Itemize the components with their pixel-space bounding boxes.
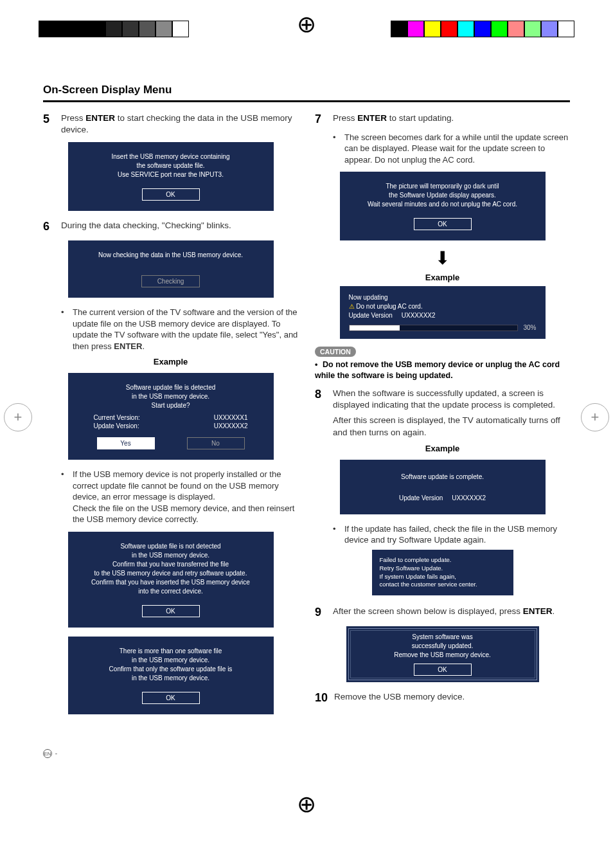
colorbar-left xyxy=(39,21,189,37)
bullet-screen-dark: • The screen becomes dark for a while un… xyxy=(333,132,570,166)
dialog-picture-dark: The picture will temporarily go dark unt… xyxy=(340,172,546,240)
step-10-number: 10 xyxy=(315,691,328,705)
section-title: On-Screen Display Menu xyxy=(43,84,570,96)
step-6-text: During the data checking, "Checking" bli… xyxy=(61,220,298,234)
progress-percent: 30% xyxy=(523,324,536,331)
colorbar-right xyxy=(391,21,574,37)
bullet-error-msg: • If the USB memory device is not proper… xyxy=(61,469,298,525)
now-updating-text: Now updating xyxy=(349,294,537,301)
dialog-update-detected: Software update file is detected in the … xyxy=(68,373,274,460)
example-label-2: Example xyxy=(315,273,570,282)
step-8-number: 8 xyxy=(315,388,326,439)
step-5: 5 Press ENTER to start checking the data… xyxy=(43,113,298,136)
footer-lang-badge: EN xyxy=(43,749,52,758)
progress-fill xyxy=(350,325,400,330)
step-6: 6 During the data checking, "Checking" b… xyxy=(43,220,298,234)
arrow-down-icon: ⬇ xyxy=(315,249,570,267)
example-label-3: Example xyxy=(315,444,570,453)
dialog-insert-line1: Insert the USB memory device containing xyxy=(75,152,267,161)
dialog-multiple-files: There is more than one software file in … xyxy=(68,637,274,714)
dialog-checking: Now checking the data in the USB memory … xyxy=(68,240,274,298)
bullet-update-failed: • If the update has failed, check the fi… xyxy=(333,523,570,546)
dialog-insert-line3: Use SERVICE port near the INPUT3. xyxy=(75,170,267,179)
crosshair-top-icon: ⊕ xyxy=(297,13,316,36)
step-10: 10 Remove the USB memory device. xyxy=(315,691,570,705)
page-content: On-Screen Display Menu 5 Press ENTER to … xyxy=(43,45,570,790)
left-column: 5 Press ENTER to start checking the data… xyxy=(43,113,298,723)
step-9: 9 After the screen shown below is displa… xyxy=(315,606,570,620)
complete-version-label: Update Version xyxy=(399,494,443,502)
step-10-text: Remove the USB memory device. xyxy=(334,691,570,705)
complete-version-value: UXXXXXX2 xyxy=(452,494,486,502)
caution-badge: CAUTION xyxy=(315,347,356,357)
step-8: 8 When the software is successfully upda… xyxy=(315,388,570,439)
current-version-value: UXXXXXX1 xyxy=(214,414,248,421)
ok-button[interactable]: OK xyxy=(414,664,472,676)
step-8-text: When the software is successfully update… xyxy=(333,388,570,439)
bullet-current-version: • The current version of the TV software… xyxy=(61,307,298,352)
footer-language: EN - xyxy=(43,749,570,758)
step-7-number: 7 xyxy=(315,113,326,127)
dialog-failed: Failed to complete update. Retry Softwar… xyxy=(372,550,513,595)
do-not-unplug-text: Do not unplug AC cord. xyxy=(349,303,537,310)
progress-version-value: UXXXXXX2 xyxy=(402,312,436,319)
step-9-text: After the screen shown below is displaye… xyxy=(333,606,570,620)
ok-button[interactable]: OK xyxy=(142,605,200,617)
step-9-number: 9 xyxy=(315,606,326,620)
step-7-text: Press ENTER to start updating. xyxy=(333,113,570,127)
right-column: 7 Press ENTER to start updating. • The s… xyxy=(315,113,570,723)
example-label-1: Example xyxy=(43,357,298,366)
ok-button[interactable]: OK xyxy=(414,218,472,230)
dialog-now-updating: Now updating Do not unplug AC cord. Upda… xyxy=(340,286,546,339)
step-5-number: 5 xyxy=(43,113,55,136)
ok-button[interactable]: OK xyxy=(142,188,200,201)
yes-button[interactable]: Yes xyxy=(97,437,155,449)
crosshair-bottom-icon: ⊕ xyxy=(297,793,316,816)
current-version-label: Current Version: xyxy=(94,414,140,421)
checking-button: Checking xyxy=(141,275,200,287)
dialog-not-detected: Software update file is not detected in … xyxy=(68,532,274,628)
dialog-update-complete: Software update is complete. Update Vers… xyxy=(340,460,546,514)
progress-version-label: Update Version xyxy=(349,312,393,319)
update-version-label: Update Version: xyxy=(94,422,139,429)
print-marks-top: ⊕ xyxy=(0,0,613,45)
progress-bar xyxy=(349,325,519,331)
step-6-number: 6 xyxy=(43,220,55,234)
dialog-success: System software was successfully updated… xyxy=(346,626,539,682)
caution-text: •Do not remove the USB memory device or … xyxy=(315,359,570,381)
dialog-insert-usb: Insert the USB memory device containing … xyxy=(68,142,274,211)
section-rule xyxy=(43,100,570,102)
crosshair-right-icon: + xyxy=(581,403,609,431)
dialog-checking-text: Now checking the data in the USB memory … xyxy=(75,251,267,260)
footer-hyphen: - xyxy=(53,750,57,757)
dialog-insert-line2: the software update file. xyxy=(75,161,267,170)
ok-button[interactable]: OK xyxy=(142,692,200,704)
step-7: 7 Press ENTER to start updating. xyxy=(315,113,570,127)
update-version-value: UXXXXXX2 xyxy=(214,422,248,429)
step-5-text: Press ENTER to start checking the data i… xyxy=(61,113,298,136)
crosshair-left-icon: + xyxy=(4,403,32,431)
no-button[interactable]: No xyxy=(187,437,245,449)
